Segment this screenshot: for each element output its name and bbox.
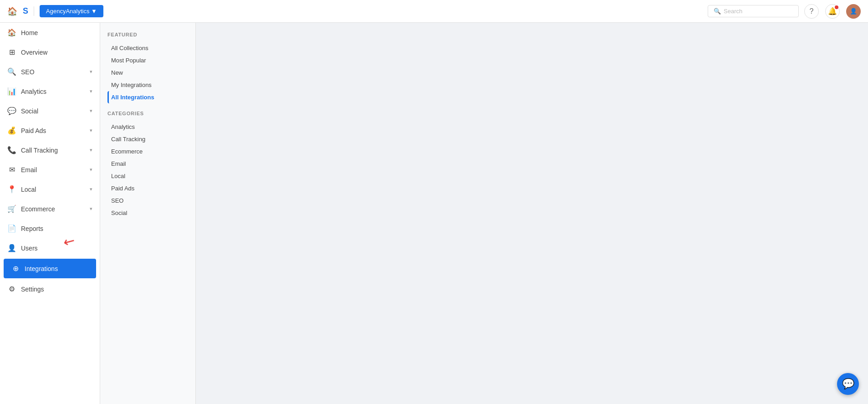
header: 🏠 S AgencyAnalytics ▼ 🔍 Search ? 🔔 👤	[0, 0, 868, 23]
sidebar-item-local[interactable]: 📍 Local ▾	[0, 179, 100, 199]
seo-icon: 🔍	[7, 67, 16, 76]
home-icon[interactable]: 🏠	[7, 6, 17, 16]
paid-ads-icon: 💰	[7, 126, 16, 135]
sidebar-item-label: Reports	[21, 225, 92, 232]
category-link-local[interactable]: Local	[107, 170, 188, 182]
sidebar-item-label: Social	[21, 107, 85, 115]
sidebar-item-home[interactable]: 🏠 Home	[0, 23, 100, 42]
category-link-ecommerce[interactable]: Ecommerce	[107, 145, 188, 158]
call-tracking-icon: 📞	[7, 146, 16, 154]
header-icons: ? 🔔 👤	[804, 4, 861, 19]
sidebar: 🏠 Home ⊞ Overview 🔍 SEO ▾ 📊 Analytics ▾ …	[0, 23, 100, 404]
category-link-analytics[interactable]: Analytics	[107, 121, 188, 133]
chevron-icon: ▾	[90, 186, 92, 192]
chevron-icon: ▾	[90, 167, 92, 173]
sidebar-item-label: Ecommerce	[21, 205, 85, 213]
panel-link-new[interactable]: New	[107, 66, 188, 79]
sidebar-item-label: Paid Ads	[21, 127, 85, 134]
chevron-icon: ▾	[90, 128, 92, 133]
help-button[interactable]: ?	[804, 4, 819, 19]
sidebar-item-settings[interactable]: ⚙ Settings	[0, 279, 100, 299]
sidebar-item-email[interactable]: ✉ Email ▾	[0, 160, 100, 179]
agency-analytics-button[interactable]: AgencyAnalytics ▼	[40, 5, 103, 17]
chevron-icon: ▾	[90, 88, 92, 94]
reports-icon: 📄	[7, 224, 16, 233]
category-link-social[interactable]: Social	[107, 207, 188, 219]
sidebar-item-ecommerce[interactable]: 🛒 Ecommerce ▾	[0, 199, 100, 219]
social-icon: 💬	[7, 107, 16, 115]
search-placeholder: Search	[724, 8, 742, 15]
chevron-icon: ▾	[90, 108, 92, 114]
integrations-icon: ⊕	[11, 264, 20, 273]
sidebar-item-overview[interactable]: ⊞ Overview	[0, 42, 100, 62]
sidebar-item-paid-ads[interactable]: 💰 Paid Ads ▾	[0, 121, 100, 140]
sidebar-item-reports[interactable]: 📄 Reports	[0, 219, 100, 238]
chat-button[interactable]: 💬	[837, 373, 859, 395]
panel-link-all-integrations[interactable]: All Integrations	[107, 91, 188, 103]
avatar[interactable]: 👤	[846, 4, 861, 19]
notifications-button[interactable]: 🔔	[825, 4, 840, 19]
main-layout: 🏠 Home ⊞ Overview 🔍 SEO ▾ 📊 Analytics ▾ …	[0, 23, 868, 404]
sidebar-item-label: SEO	[21, 68, 85, 76]
sidebar-item-label: Settings	[21, 286, 92, 293]
categories-section-title: CATEGORIES	[107, 111, 188, 116]
users-icon: 👤	[7, 244, 16, 252]
panel-link-my-integrations[interactable]: My Integrations	[107, 79, 188, 91]
category-link-email[interactable]: Email	[107, 158, 188, 170]
overview-icon: ⊞	[7, 48, 16, 56]
sidebar-item-users[interactable]: 👤 Users	[0, 238, 100, 258]
category-link-paid-ads[interactable]: Paid Ads	[107, 182, 188, 194]
content-area: FEATUREDAll CollectionsMost PopularNewMy…	[100, 23, 868, 404]
email-icon: ✉	[7, 165, 16, 174]
sidebar-item-label: Home	[21, 29, 92, 36]
left-panel: FEATUREDAll CollectionsMost PopularNewMy…	[100, 23, 196, 404]
sidebar-item-integrations[interactable]: ⊕ Integrations	[4, 259, 96, 278]
chevron-icon: ▾	[90, 206, 92, 212]
sidebar-item-analytics[interactable]: 📊 Analytics ▾	[0, 82, 100, 101]
sidebar-item-label: Email	[21, 166, 85, 174]
category-link-seo[interactable]: SEO	[107, 194, 188, 207]
home-icon: 🏠	[7, 28, 16, 37]
local-icon: 📍	[7, 185, 16, 194]
chevron-icon: ▾	[90, 147, 92, 153]
sidebar-item-label: Analytics	[21, 88, 85, 95]
chevron-icon: ▾	[90, 69, 92, 75]
brand-initial: S	[23, 6, 34, 16]
search-bar[interactable]: 🔍 Search	[708, 5, 799, 17]
search-icon: 🔍	[714, 8, 721, 15]
panel-link-all-collections[interactable]: All Collections	[107, 42, 188, 54]
panel-link-most-popular[interactable]: Most Popular	[107, 54, 188, 66]
sidebar-item-label: Local	[21, 186, 85, 193]
sidebar-item-social[interactable]: 💬 Social ▾	[0, 101, 100, 121]
ecommerce-icon: 🛒	[7, 205, 16, 213]
sidebar-item-seo[interactable]: 🔍 SEO ▾	[0, 62, 100, 82]
sidebar-item-label: Overview	[21, 49, 92, 56]
featured-section-title: FEATURED	[107, 32, 188, 37]
sidebar-item-call-tracking[interactable]: 📞 Call Tracking ▾	[0, 140, 100, 160]
analytics-icon: 📊	[7, 87, 16, 96]
sidebar-item-label: Users	[21, 245, 92, 252]
sidebar-item-label: Call Tracking	[21, 147, 85, 154]
settings-icon: ⚙	[7, 285, 16, 293]
grid-area	[196, 23, 868, 404]
category-link-call-tracking[interactable]: Call Tracking	[107, 133, 188, 145]
sidebar-item-label: Integrations	[25, 265, 89, 272]
